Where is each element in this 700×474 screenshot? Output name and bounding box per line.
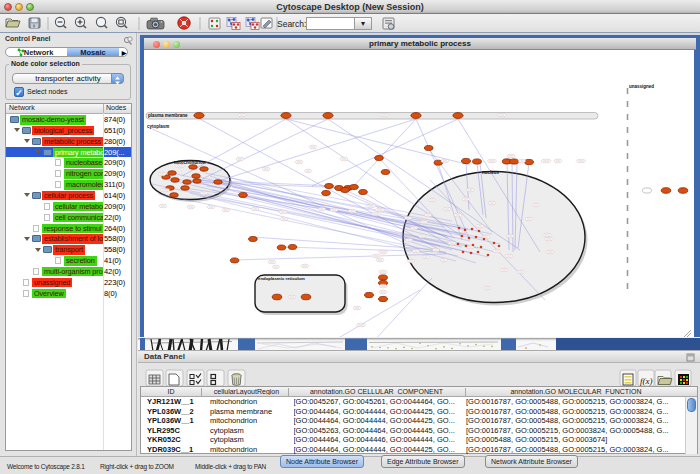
svg-text:unassigned: unassigned [629,84,654,89]
svg-text:endoplasmic reticulum: endoplasmic reticulum [258,276,305,281]
svg-text:mitochondrion: mitochondrion [174,160,206,165]
svg-text:nucleus: nucleus [482,170,500,175]
svg-text:plasma membrane: plasma membrane [148,113,188,118]
svg-text:cytoplasm: cytoplasm [147,124,169,129]
svg-text:f(x): f(x) [640,376,653,386]
